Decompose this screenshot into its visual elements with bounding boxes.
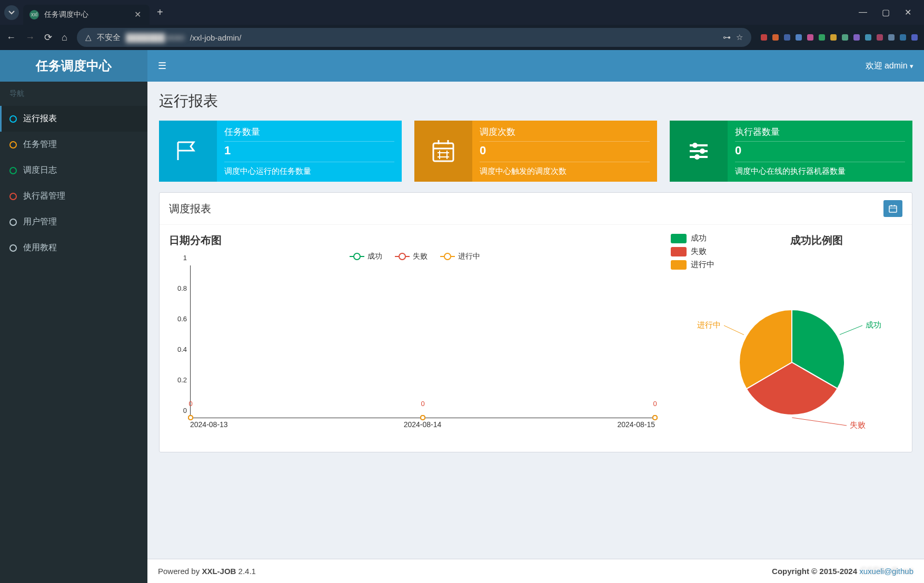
home-button[interactable]: ⌂ <box>62 32 67 43</box>
report-panel: 调度报表 日期分布图 .leg-mark[style*='00a65a']::a… <box>159 192 912 452</box>
pie-chart-title: 成功比例图 <box>730 233 902 248</box>
nav-label: 用户管理 <box>23 216 57 228</box>
pie-legend-running[interactable]: 进行中 <box>671 260 714 270</box>
stat-desc: 调度中心运行的任务数量 <box>224 162 394 176</box>
extension-icon[interactable] <box>888 34 895 41</box>
insecure-icon: △ <box>85 33 92 42</box>
stat-box-0[interactable]: 任务数量1调度中心运行的任务数量 <box>159 121 402 182</box>
nav-label: 执行器管理 <box>23 191 65 202</box>
url-host: ███████:8080 <box>126 33 185 42</box>
extension-icon[interactable] <box>807 34 813 41</box>
welcome-user[interactable]: 欢迎 admin ▾ <box>866 61 913 72</box>
nav-item-2[interactable]: 调度日志 <box>0 157 147 183</box>
close-button[interactable]: ✕ <box>905 7 911 17</box>
line-chart-title: 日期分布图 <box>169 233 660 248</box>
url-input[interactable]: △ 不安全 ███████:8080 /xxl-job-admin/ ⊶ ☆ <box>77 28 751 47</box>
stat-icon <box>670 121 728 182</box>
legend-running[interactable]: .leg-mark[style*='f39c12']::after{border… <box>440 252 480 261</box>
key-icon[interactable]: ⊶ <box>723 33 731 42</box>
stat-label: 执行器数量 <box>735 126 905 142</box>
legend-fail[interactable]: .leg-mark[style*='dd4b39']::after{border… <box>395 252 428 261</box>
nav-label: 任务管理 <box>23 139 57 150</box>
extensions-row <box>761 34 918 41</box>
stat-value: 0 <box>735 142 905 162</box>
tab-title: 任务调度中心 <box>44 10 88 19</box>
extension-icon[interactable] <box>819 34 825 41</box>
pie-chart-legend: 成功 失败 进行中 <box>671 233 714 273</box>
nav-item-5[interactable]: 使用教程 <box>0 235 147 261</box>
extension-icon[interactable] <box>796 34 802 41</box>
pie-legend-success[interactable]: 成功 <box>671 233 714 243</box>
tab-dropdown-button[interactable] <box>4 5 19 20</box>
extension-icon[interactable] <box>842 34 848 41</box>
stat-box-1[interactable]: 调度次数0调度中心触发的调度次数 <box>414 121 657 182</box>
line-chart: 00.20.40.60.81 000 2024-08-132024-08-142… <box>169 265 660 434</box>
forward-button[interactable]: → <box>25 32 35 43</box>
back-button[interactable]: ← <box>6 32 16 43</box>
maximize-button[interactable]: ▢ <box>882 7 890 17</box>
stat-box-2[interactable]: 执行器数量0调度中心在线的执行器机器数量 <box>670 121 912 182</box>
stat-value: 0 <box>480 142 650 162</box>
svg-point-9 <box>692 143 698 148</box>
topbar: ☰ 欢迎 admin ▾ <box>147 50 924 82</box>
pie-legend-fail[interactable]: 失败 <box>671 246 714 256</box>
svg-point-13 <box>694 154 700 160</box>
minimize-button[interactable]: — <box>859 7 867 17</box>
nav-header: 导航 <box>0 82 147 106</box>
menu-toggle-button[interactable]: ☰ <box>158 60 166 72</box>
nav-label: 调度日志 <box>23 165 57 176</box>
nav-circle-icon <box>9 219 17 226</box>
nav-item-3[interactable]: 执行器管理 <box>0 183 147 209</box>
nav-circle-icon <box>9 193 17 200</box>
extension-icon[interactable] <box>865 34 871 41</box>
page-title: 运行报表 <box>159 91 912 111</box>
line-chart-legend: .leg-mark[style*='00a65a']::after{border… <box>169 252 660 261</box>
github-link[interactable]: xuxueli@github <box>859 567 913 576</box>
nav-label: 使用教程 <box>23 242 57 253</box>
tab-close-button[interactable]: ✕ <box>132 9 143 19</box>
footer: Powered by XXL-JOB 2.4.1 Copyright © 201… <box>147 559 924 583</box>
bookmark-icon[interactable]: ☆ <box>736 33 743 42</box>
extension-icon[interactable] <box>772 34 779 41</box>
browser-address-bar: ← → ⟳ ⌂ △ 不安全 ███████:8080 /xxl-job-admi… <box>0 25 924 50</box>
svg-point-11 <box>700 149 705 154</box>
nav-circle-icon <box>9 167 17 174</box>
extension-icon[interactable] <box>900 34 906 41</box>
extension-icon[interactable] <box>911 34 918 41</box>
nav-circle-icon <box>9 115 17 123</box>
url-path: /xxl-job-admin/ <box>190 33 242 42</box>
reload-button[interactable]: ⟳ <box>44 32 52 43</box>
extension-icon[interactable] <box>761 34 767 41</box>
stat-value: 1 <box>224 142 394 162</box>
panel-title: 调度报表 <box>169 202 211 216</box>
date-range-button[interactable] <box>883 200 902 217</box>
svg-text:成功: 成功 <box>866 320 881 329</box>
sidebar: 任务调度中心 导航 运行报表任务管理调度日志执行器管理用户管理使用教程 <box>0 50 147 583</box>
stat-icon <box>159 121 217 182</box>
new-tab-button[interactable]: + <box>157 6 163 18</box>
extension-icon[interactable] <box>784 34 790 41</box>
tab-favicon-icon: xxl <box>29 10 39 19</box>
stat-icon <box>414 121 472 182</box>
legend-success[interactable]: .leg-mark[style*='00a65a']::after{border… <box>350 252 382 261</box>
extension-icon[interactable] <box>877 34 883 41</box>
nav-item-1[interactable]: 任务管理 <box>0 132 147 157</box>
browser-tab-strip: xxl 任务调度中心 ✕ + — ▢ ✕ <box>0 0 924 25</box>
security-label: 不安全 <box>97 33 121 43</box>
nav-circle-icon <box>9 141 17 149</box>
logo[interactable]: 任务调度中心 <box>0 50 147 82</box>
svg-text:进行中: 进行中 <box>697 320 721 329</box>
browser-tab[interactable]: xxl 任务调度中心 ✕ <box>23 5 150 25</box>
stat-desc: 调度中心触发的调度次数 <box>480 162 650 176</box>
nav-label: 运行报表 <box>23 113 57 124</box>
window-controls: — ▢ ✕ <box>850 7 920 17</box>
extension-icon[interactable] <box>853 34 860 41</box>
nav-item-0[interactable]: 运行报表 <box>0 106 147 132</box>
extension-icon[interactable] <box>830 34 837 41</box>
stat-label: 任务数量 <box>224 126 394 142</box>
pie-chart: 成功失败进行中 <box>671 294 902 441</box>
stat-label: 调度次数 <box>480 126 650 142</box>
svg-text:失败: 失败 <box>850 420 866 429</box>
nav-item-4[interactable]: 用户管理 <box>0 209 147 235</box>
nav-circle-icon <box>9 244 17 252</box>
